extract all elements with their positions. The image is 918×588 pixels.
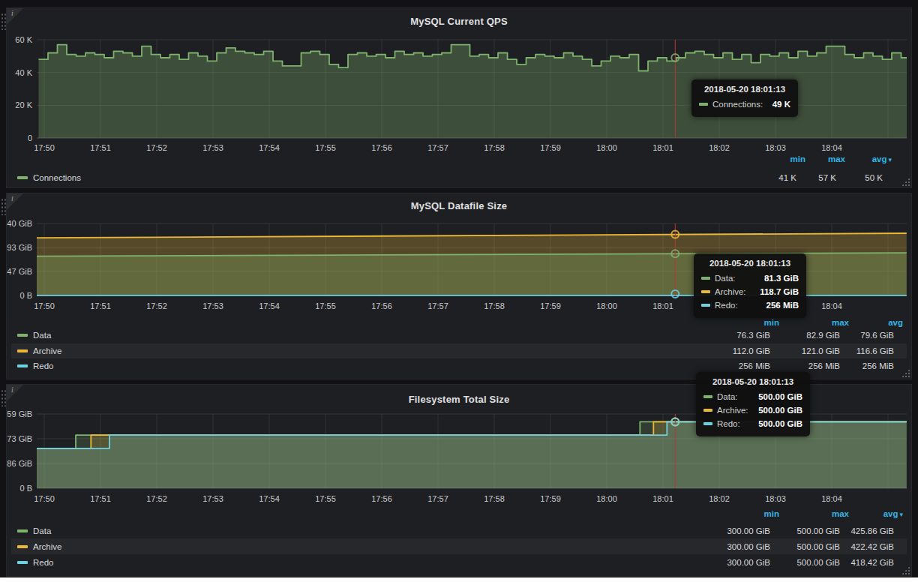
legend-value-avg: 79.6 GiB <box>860 331 894 340</box>
x-axis-tick-label: 17:56 <box>371 143 392 152</box>
tooltip-row-connections: Connections:49 K <box>699 98 790 111</box>
legend-row-data: Data300.00 GiB500.00 GiB425.86 GiB <box>11 523 907 538</box>
legend-series-connections[interactable]: Connections <box>17 173 81 182</box>
x-axis-tick-label: 17:59 <box>540 302 561 310</box>
legend-series-redo[interactable]: Redo <box>17 362 54 370</box>
legend-header-max[interactable]: max <box>832 318 849 327</box>
legend-value-avg: 422.42 GiB <box>850 542 894 551</box>
legend-header-avg[interactable]: avg▾ <box>872 154 892 164</box>
x-axis-tick-label: 17:52 <box>146 494 167 503</box>
y-axis-tick-label: 373 GiB <box>7 434 32 443</box>
legend-value-min: 76.3 GiB <box>736 331 770 340</box>
legend-row-data: Data76.3 GiB82.9 GiB79.6 GiB <box>11 328 907 344</box>
tooltip-row-redo: Redo:256 MiB <box>701 298 799 312</box>
x-axis-tick-label: 18:04 <box>821 302 842 310</box>
series-color-dash-icon <box>701 304 710 307</box>
legend-series-data[interactable]: Data <box>17 526 51 536</box>
legend-value-min: 300.00 GiB <box>727 558 770 567</box>
series-color-dash-icon <box>704 409 712 412</box>
grafana-dashboard: i MySQL Current QPS 60 K40 K20 K017:5017… <box>0 0 918 578</box>
series-color-dash-icon <box>17 176 28 179</box>
legend-value-max: 121.0 GiB <box>802 346 840 356</box>
legend-value-max: 256 MiB <box>808 362 840 370</box>
legend-series-redo[interactable]: Redo <box>17 558 54 567</box>
x-axis-tick-label: 17:55 <box>315 302 336 310</box>
x-axis-tick-label: 18:04 <box>821 494 842 503</box>
series-color-dash-icon <box>699 103 708 106</box>
chart-tooltip: 2018-05-20 18:01:13Data:81.3 GiBArchive:… <box>694 254 806 318</box>
tooltip-value: 81.3 GiB <box>764 272 799 285</box>
legend-series-archive[interactable]: Archive <box>17 542 62 551</box>
x-axis-tick-label: 18:00 <box>596 143 617 152</box>
tooltip-value: 500.00 GiB <box>758 390 802 404</box>
series-color-dash-icon <box>704 395 712 398</box>
row-drag-handle[interactable] <box>0 388 6 406</box>
legend-header-avg[interactable]: avg▾ <box>884 509 903 518</box>
x-axis-tick-label: 17:51 <box>90 494 111 503</box>
x-axis-tick-label: 17:50 <box>34 143 55 152</box>
legend-value-min: 300.00 GiB <box>727 542 770 551</box>
x-axis-tick-label: 17:54 <box>259 302 280 310</box>
legend-row-connections: Connections41 K57 K50 K <box>11 170 907 185</box>
y-axis-tick-label: 0 B <box>20 484 32 493</box>
series-color-dash-icon <box>17 334 28 337</box>
legend-value-min: 300.00 GiB <box>727 526 770 536</box>
tooltip-value: 500.00 GiB <box>758 417 802 430</box>
legend-header-min[interactable]: min <box>764 318 779 327</box>
series-color-dash-icon <box>17 350 28 352</box>
legend-value-max: 500.00 GiB <box>796 558 840 567</box>
legend-header-max[interactable]: max <box>832 509 849 518</box>
legend-row-redo: Redo300.00 GiB500.00 GiB418.42 GiB <box>11 554 907 570</box>
y-axis-tick-label: 0 B <box>20 291 32 300</box>
x-axis-tick-label: 18:00 <box>596 302 617 310</box>
row-drag-handle[interactable] <box>0 12 6 30</box>
tooltip-timestamp: 2018-05-20 18:01:13 <box>699 85 790 94</box>
y-axis-tick-label: 47 GiB <box>7 267 32 276</box>
y-axis-tick-label: 60 K <box>15 35 32 44</box>
x-axis-tick-label: 17:58 <box>484 302 505 310</box>
x-axis-tick-label: 17:52 <box>146 143 167 152</box>
x-axis-tick-label: 17:55 <box>315 494 336 503</box>
tooltip-value: 49 K <box>772 98 790 111</box>
tooltip-row-archive: Archive:500.00 GiB <box>704 404 802 417</box>
legend-header-min[interactable]: min <box>790 154 806 164</box>
x-axis-tick-label: 18:02 <box>709 494 730 503</box>
x-axis-tick-label: 17:51 <box>90 302 111 310</box>
series-color-dash-icon <box>704 422 712 425</box>
x-axis-tick-label: 18:03 <box>765 143 786 152</box>
series-color-dash-icon <box>701 290 710 293</box>
tooltip-row-data: Data:500.00 GiB <box>704 390 802 404</box>
tooltip-value: 256 MiB <box>766 298 799 312</box>
legend-value-avg: 425.86 GiB <box>850 526 894 536</box>
x-axis-tick-label: 17:53 <box>202 302 224 310</box>
x-axis-tick-label: 17:54 <box>259 494 280 503</box>
x-axis-tick-label: 18:01 <box>652 302 674 310</box>
legend-value-avg: 418.42 GiB <box>850 558 894 567</box>
y-axis-tick-label: 20 K <box>15 100 32 110</box>
legend-row-archive: Archive300.00 GiB500.00 GiB422.42 GiB <box>11 538 907 554</box>
legend-value-max: 57 K <box>818 173 836 182</box>
legend-series-data[interactable]: Data <box>17 331 51 340</box>
x-axis-tick-label: 17:55 <box>315 143 336 152</box>
tooltip-row-data: Data:81.3 GiB <box>701 272 799 285</box>
legend-header-avg[interactable]: avg <box>888 318 903 327</box>
tooltip-value: 118.7 GiB <box>760 285 799 298</box>
x-axis-tick-label: 18:02 <box>709 143 730 152</box>
legend-series-archive[interactable]: Archive <box>17 346 62 356</box>
legend-header-max[interactable]: max <box>828 154 845 164</box>
row-drag-handle[interactable] <box>0 197 6 215</box>
tooltip-row-archive: Archive:118.7 GiB <box>701 285 799 298</box>
legend-value-min: 41 K <box>778 173 796 182</box>
x-axis-tick-label: 17:57 <box>428 302 448 310</box>
legend-value-avg: 50 K <box>865 173 883 182</box>
x-axis-tick-label: 18:01 <box>652 143 674 152</box>
series-color-dash-icon <box>17 561 28 564</box>
y-axis-tick-label: 0 <box>28 134 32 142</box>
legend-header-min[interactable]: min <box>764 509 779 518</box>
x-axis-tick-label: 17:53 <box>202 494 224 503</box>
x-axis-tick-label: 18:00 <box>596 494 617 503</box>
legend-value-max: 500.00 GiB <box>796 526 840 536</box>
x-axis-tick-label: 18:04 <box>821 143 842 152</box>
tooltip-timestamp: 2018-05-20 18:01:13 <box>704 377 802 386</box>
tooltip-value: 500.00 GiB <box>758 404 802 417</box>
